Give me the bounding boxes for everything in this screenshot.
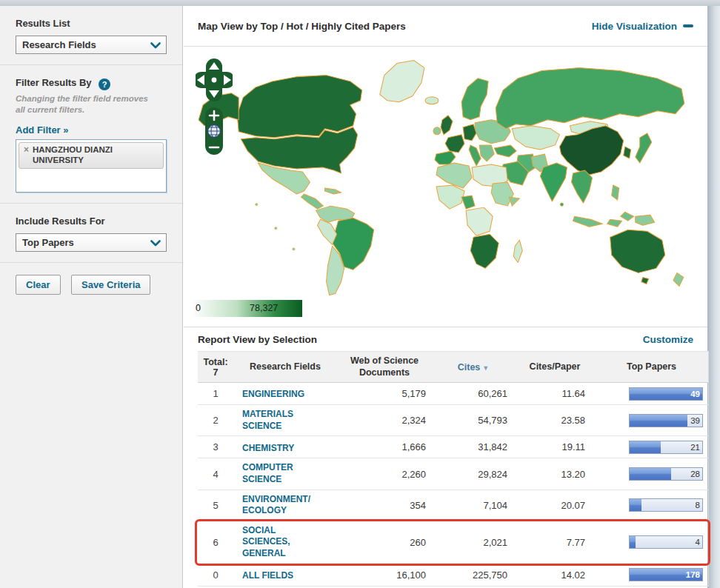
map-region-south-africa[interactable]: [470, 234, 499, 268]
save-criteria-button[interactable]: Save Criteria: [71, 275, 151, 295]
column-header-research-fields[interactable]: Research Fields: [233, 361, 337, 373]
research-field-link[interactable]: ENVIRONMENT/ECOLOGY: [242, 494, 315, 517]
filter-note: Changing the filter field removes all cu…: [16, 93, 153, 116]
column-header-cites-per-paper[interactable]: Cites/Paper: [515, 361, 595, 373]
map-region-central-africa[interactable]: [466, 207, 493, 235]
top-papers-bar-fill: [630, 499, 641, 511]
cites-value: 60,261: [432, 388, 515, 399]
remove-filter-icon[interactable]: ×: [24, 144, 29, 166]
top-papers-value: 8: [696, 501, 700, 510]
map-region-greenland[interactable]: [380, 61, 424, 102]
research-field-link[interactable]: ENGINEERING: [242, 389, 304, 401]
results-list-selected-value: Research Fields: [16, 36, 166, 53]
map-region-japan[interactable]: [636, 133, 652, 163]
top-papers-bar: 8: [629, 498, 703, 512]
research-field-link[interactable]: SOCIAL SCIENCES, GENERAL: [242, 525, 315, 560]
help-icon[interactable]: ?: [99, 78, 110, 90]
include-results-select[interactable]: Top Papers: [16, 233, 167, 252]
map-region-caribbean[interactable]: [325, 188, 341, 194]
map-region-iberia[interactable]: [435, 151, 456, 164]
results-list-section: Results List Research Fields: [0, 6, 182, 65]
map-region-australia[interactable]: [610, 230, 665, 273]
map-region-madagascar[interactable]: [513, 240, 522, 262]
map-region-west-africa[interactable]: [436, 185, 464, 209]
research-field-link[interactable]: ALL FIELDS: [242, 570, 293, 582]
clear-button[interactable]: Clear: [16, 275, 61, 295]
cites-value: 29,824: [432, 469, 515, 480]
map-island: [293, 248, 295, 250]
map-region-indonesia[interactable]: [573, 216, 602, 227]
map-region-borneo[interactable]: [621, 212, 634, 221]
hide-visualization-link[interactable]: Hide Visualization: [592, 21, 677, 32]
wos-documents-value: 16,100: [337, 569, 432, 581]
map-region-nigeria[interactable]: [461, 196, 475, 209]
row-rank: 3: [198, 441, 233, 452]
top-papers-value: 28: [690, 470, 700, 478]
include-results-selected-value: Top Papers: [16, 234, 166, 251]
map-region-kazakhstan[interactable]: [512, 126, 559, 150]
map-region-china[interactable]: [559, 126, 623, 175]
pan-center-dot: [212, 78, 217, 83]
wos-documents-value: 2,260: [337, 469, 432, 480]
report-title: Report View by Selection: [198, 334, 643, 345]
map-region-new-zealand[interactable]: [673, 273, 684, 286]
map-region-russia[interactable]: [496, 68, 684, 129]
map-region-germany[interactable]: [463, 124, 476, 141]
world-map[interactable]: [185, 51, 705, 297]
map-region-philippines[interactable]: [612, 185, 619, 200]
map-region-balkans[interactable]: [479, 145, 494, 161]
include-results-section: Include Results For Top Papers: [0, 204, 182, 263]
customize-link[interactable]: Customize: [643, 334, 693, 345]
map-region-iceland[interactable]: [425, 97, 439, 104]
map-island: [256, 204, 258, 206]
map-region-central-america[interactable]: [301, 194, 323, 209]
top-papers-value: 21: [690, 443, 700, 452]
map-region-horn-of-africa[interactable]: [509, 197, 519, 206]
map-region-india[interactable]: [540, 163, 567, 201]
column-header-wos-documents[interactable]: Web of Science Documents: [337, 355, 432, 378]
legend-max-value: 78,327: [250, 300, 278, 317]
filter-chip: × HANGZHOU DIANZI UNIVERSITY: [19, 142, 164, 169]
column-header-top-papers[interactable]: Top Papers: [595, 361, 708, 373]
map-region-papua[interactable]: [636, 215, 655, 225]
row-rank: 4: [198, 469, 233, 480]
map-area: 0 78,327: [184, 47, 707, 327]
map-region-canada[interactable]: [237, 76, 361, 138]
top-papers-value: 4: [696, 538, 700, 547]
map-panel-header: Map View by Top / Hot / Highly Cited Pap…: [184, 6, 707, 47]
map-region-indonesia-east[interactable]: [607, 219, 622, 227]
research-field-link[interactable]: CHEMISTRY: [242, 443, 294, 455]
map-region-uk[interactable]: [441, 116, 453, 135]
report-header: Report View by Selection Customize: [184, 327, 707, 351]
results-list-select[interactable]: Research Fields: [16, 36, 167, 54]
map-region-korea[interactable]: [624, 147, 631, 158]
research-field-link[interactable]: COMPUTER SCIENCE: [242, 462, 315, 485]
map-region-east-africa[interactable]: [491, 182, 513, 206]
top-papers-value: 178: [686, 570, 700, 579]
column-header-total: Total: 7: [198, 357, 233, 378]
table-row: 1 ENGINEERING 5,179 60,261 11.64 49: [198, 383, 708, 405]
wos-documents-value: 5,179: [337, 388, 432, 399]
top-papers-bar-fill: [630, 441, 661, 453]
map-region-turkey[interactable]: [494, 145, 516, 157]
map-region-italy[interactable]: [469, 145, 481, 166]
add-filter-link[interactable]: Add Filter »: [16, 124, 69, 136]
top-papers-bar: 49: [629, 387, 703, 401]
map-region-ireland[interactable]: [433, 127, 441, 135]
table-row: 3 CHEMISTRY 1,666 31,842 19.11 21: [198, 436, 708, 458]
table-row-all-fields: 0 ALL FIELDS 16,100 225,750 14.02 178: [198, 564, 708, 587]
include-results-label: Include Results For: [16, 216, 182, 227]
sidebar-actions: Clear Save Criteria: [0, 263, 182, 295]
cites-per-paper-value: 7.77: [515, 537, 595, 548]
map-region-peru[interactable]: [318, 219, 337, 244]
collapse-icon[interactable]: [683, 24, 693, 27]
map-region-north-africa[interactable]: [436, 163, 472, 188]
globe-reset-icon[interactable]: [208, 125, 221, 138]
research-field-link[interactable]: MATERIALS SCIENCE: [242, 409, 315, 432]
map-region-scandinavia[interactable]: [461, 78, 488, 120]
map-region-france[interactable]: [445, 135, 464, 153]
top-papers-value: 49: [690, 390, 700, 398]
map-region-tasmania[interactable]: [641, 277, 649, 284]
map-region-se-asia[interactable]: [571, 170, 592, 203]
column-header-cites[interactable]: Cites▼: [432, 362, 515, 372]
